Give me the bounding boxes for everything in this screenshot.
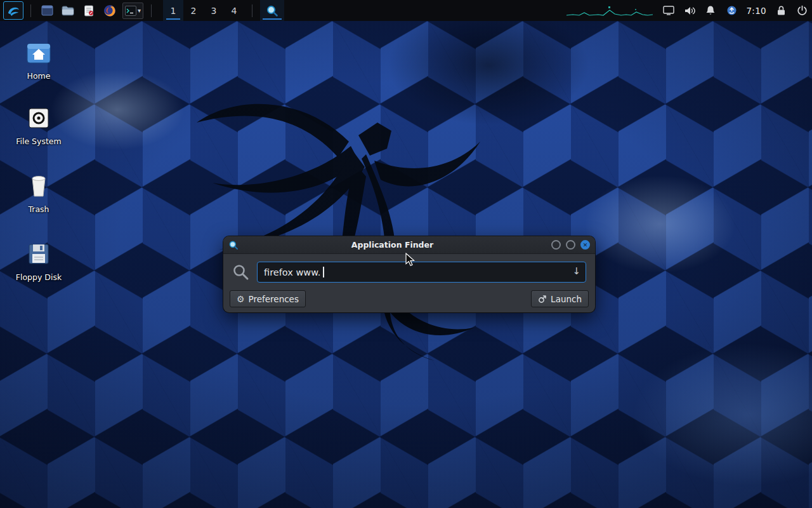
launch-label: Launch: [551, 294, 582, 304]
workspace-2[interactable]: 2: [183, 0, 204, 21]
terminal-launcher-group[interactable]: ▾: [122, 3, 143, 19]
desktop-icon-home[interactable]: Home: [10, 38, 68, 81]
titlebar[interactable]: Application Finder ✕: [223, 236, 595, 254]
panel-launchers: ▾ 1 2 3 4: [4, 0, 284, 21]
workspace-switcher: 1 2 3 4: [163, 0, 244, 21]
text-editor-launcher[interactable]: [81, 3, 97, 19]
maximize-button[interactable]: [566, 240, 575, 250]
volume-icon[interactable]: [683, 4, 696, 17]
chevron-down-icon: ▾: [138, 7, 141, 14]
actions-row: ⚙ Preferences Launch: [223, 283, 595, 307]
workspace-label: 3: [211, 6, 217, 16]
preferences-label: Preferences: [249, 294, 299, 304]
applications-menu-button[interactable]: [4, 2, 23, 19]
search-input[interactable]: [257, 262, 586, 283]
top-panel: ▾ 1 2 3 4: [0, 0, 812, 21]
floppy-disk-icon: [24, 239, 53, 269]
window-icon: [41, 5, 53, 16]
desktop-icon-trash[interactable]: Trash: [10, 171, 68, 214]
bell-icon[interactable]: [704, 4, 717, 17]
search-input-wrap: ↓: [257, 262, 586, 283]
show-desktop-button[interactable]: [39, 3, 55, 19]
workspace-label: 1: [171, 6, 176, 16]
search-icon: [232, 264, 249, 281]
workspace-label: 4: [232, 6, 237, 16]
application-finder-window: Application Finder ✕ ↓ ⚙ Preferences Lau…: [223, 236, 595, 312]
workspace-4[interactable]: 4: [224, 0, 244, 21]
desktop-icon-label: Home: [10, 71, 68, 81]
text-caret: [323, 267, 324, 277]
terminal-icon: [125, 6, 136, 16]
update-icon[interactable]: [725, 4, 738, 17]
workspace-3[interactable]: 3: [204, 0, 224, 21]
kali-dragon-art: [168, 69, 511, 367]
text-editor-icon: [84, 5, 94, 17]
home-folder-icon: [24, 38, 53, 67]
search-row: ↓: [223, 254, 595, 283]
system-tray: 7:10: [565, 4, 808, 18]
launch-icon: [538, 295, 547, 304]
panel-clock[interactable]: 7:10: [746, 6, 766, 16]
firefox-icon: [103, 4, 116, 17]
file-manager-icon: [62, 6, 74, 16]
desktop-icon-floppy-disk[interactable]: Floppy Disk: [10, 239, 68, 282]
file-manager-launcher[interactable]: [60, 3, 76, 19]
firefox-launcher[interactable]: [102, 3, 118, 19]
trash-bin-icon: [24, 171, 53, 201]
power-icon[interactable]: [796, 4, 808, 17]
taskbar-application-finder[interactable]: [260, 0, 284, 21]
close-button[interactable]: ✕: [580, 240, 590, 250]
cpu-graph-icon[interactable]: [565, 4, 654, 18]
kali-logo-icon: [6, 4, 20, 17]
preferences-button[interactable]: ⚙ Preferences: [230, 290, 306, 307]
application-finder-magnifier-icon: [266, 4, 278, 17]
minimize-button[interactable]: [551, 240, 561, 250]
dropdown-arrow-icon[interactable]: ↓: [572, 265, 580, 277]
desktop-icon-file-system[interactable]: File System: [10, 104, 68, 146]
desktop-icon-label: Floppy Disk: [10, 272, 68, 282]
separator: [30, 4, 31, 17]
workspace-1[interactable]: 1: [163, 0, 183, 21]
desktop-icon-label: File System: [10, 137, 68, 146]
workspace-label: 2: [191, 6, 197, 16]
file-system-drive-icon: [24, 104, 53, 133]
lock-icon[interactable]: [775, 4, 787, 17]
separator: [151, 4, 152, 17]
window-title: Application Finder: [239, 240, 546, 250]
screen-icon[interactable]: [662, 4, 675, 17]
launch-button[interactable]: Launch: [531, 290, 589, 307]
separator: [252, 4, 252, 17]
desktop-icon-label: Trash: [10, 204, 68, 214]
gear-icon: ⚙: [237, 294, 245, 304]
window-app-icon: [228, 240, 239, 250]
close-icon: ✕: [583, 242, 588, 248]
